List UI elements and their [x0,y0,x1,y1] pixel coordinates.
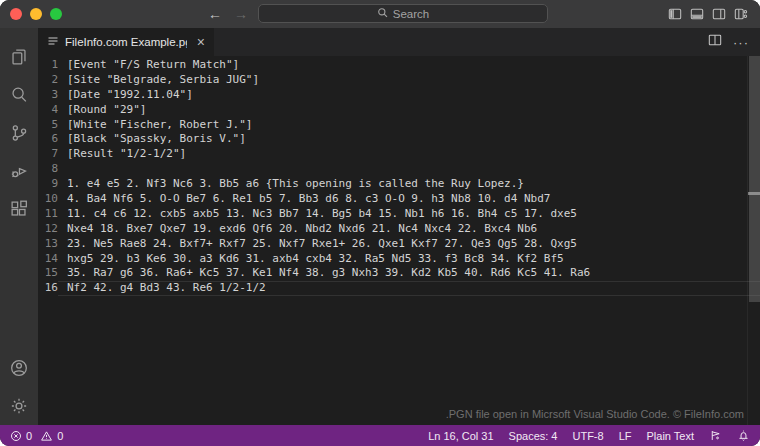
source-control-icon[interactable] [0,114,38,152]
scrollbar-thumb[interactable] [749,56,760,302]
line-content[interactable]: Nxe4 18. Bxe7 Qxe7 19. exd6 Qf6 20. Nbd2… [58,222,760,237]
editor-lines: 1[Event "F/S Return Match"]2[Site "Belgr… [38,58,760,296]
code-line[interactable]: 8 [38,162,760,177]
problems-status[interactable]: 0 0 [10,430,67,442]
line-number[interactable]: 5 [38,118,58,133]
eol-status[interactable]: LF [619,430,632,442]
line-number[interactable]: 7 [38,147,58,162]
code-line[interactable]: 1535. Ra7 g6 36. Ra6+ Kc5 37. Ke1 Nf4 38… [38,266,760,281]
code-line[interactable]: 6[Black "Spassky, Boris V."] [38,132,760,147]
error-count: 0 [26,430,32,442]
split-editor-icon[interactable] [708,33,722,51]
feedback-icon[interactable] [709,429,722,442]
code-line[interactable]: 1111. c4 c6 12. cxb5 axb5 13. Nc3 Bb7 14… [38,207,760,222]
line-content[interactable]: [Date "1992.11.04"] [58,88,760,103]
code-line[interactable]: 1323. Ne5 Rae8 24. Bxf7+ Rxf7 25. Nxf7 R… [38,237,760,252]
line-number[interactable]: 4 [38,103,58,118]
zoom-window-button[interactable] [50,8,62,20]
search-icon [377,7,388,20]
code-line[interactable]: 4[Round "29"] [38,103,760,118]
code-line[interactable]: 14hxg5 29. b3 Ke6 30. a3 Kd6 31. axb4 cx… [38,252,760,267]
run-debug-icon[interactable] [0,152,38,190]
toggle-panel-icon[interactable] [690,7,704,21]
command-center-search[interactable]: Search [258,4,548,23]
title-bar: ← → Search [0,0,760,28]
indentation-status[interactable]: Spaces: 4 [509,430,558,442]
line-content[interactable]: [Event "F/S Return Match"] [58,58,760,73]
warning-count: 0 [57,430,63,442]
close-tab-icon[interactable]: × [197,35,205,49]
search-placeholder: Search [393,8,429,20]
vscode-window: ← → Search [0,0,760,446]
language-mode-status[interactable]: Plain Text [647,430,695,442]
more-actions-icon[interactable]: ··· [733,35,749,50]
line-content[interactable]: 11. c4 c6 12. cxb5 axb5 13. Nc3 Bb7 14. … [58,207,760,222]
forward-arrow-icon[interactable]: → [234,6,248,22]
code-line[interactable]: 2[Site "Belgrade, Serbia JUG"] [38,73,760,88]
toggle-secondary-sidebar-icon[interactable] [712,7,726,21]
back-arrow-icon[interactable]: ← [208,6,222,22]
account-icon[interactable] [0,349,38,387]
window-controls [10,8,62,20]
file-icon [47,35,59,49]
line-number[interactable]: 3 [38,88,58,103]
code-line[interactable]: 12Nxe4 18. Bxe7 Qxe7 19. exd6 Qf6 20. Nb… [38,222,760,237]
line-number[interactable]: 6 [38,132,58,147]
line-content[interactable]: Nf2 42. g4 Bd3 43. Re6 1/2-1/2 [58,281,760,296]
minimize-window-button[interactable] [30,8,42,20]
tab-bar: FileInfo.com Example.pgn × ··· [38,28,760,56]
line-content[interactable]: [Result "1/2-1/2"] [58,147,760,162]
code-line[interactable]: 91. e4 e5 2. Nf3 Nc6 3. Bb5 a6 {This ope… [38,177,760,192]
line-content[interactable]: 4. Ba4 Nf6 5. O-O Be7 6. Re1 b5 7. Bb3 d… [58,192,760,207]
line-content[interactable] [58,162,760,177]
customize-layout-icon[interactable] [734,7,748,21]
line-content[interactable]: 35. Ra7 g6 36. Ra6+ Kc5 37. Ke1 Nf4 38. … [58,266,760,281]
line-content[interactable]: [Site "Belgrade, Serbia JUG"] [58,73,760,88]
search-icon[interactable] [0,76,38,114]
bell-icon[interactable] [737,429,750,442]
line-content[interactable]: 1. e4 e5 2. Nf3 Nc6 3. Bb5 a6 {This open… [58,177,760,192]
line-number[interactable]: 11 [38,207,58,222]
line-number[interactable]: 16 [38,281,58,296]
overview-ruler-cursor-marker [748,192,760,195]
activity-bar [0,28,38,425]
cursor-position-status[interactable]: Ln 16, Col 31 [428,430,493,442]
editor-scrollbar[interactable] [747,56,760,425]
code-line[interactable]: 5[White "Fischer, Robert J."] [38,118,760,133]
line-number[interactable]: 15 [38,266,58,281]
line-number[interactable]: 2 [38,73,58,88]
line-content[interactable]: [Black "Spassky, Boris V."] [58,132,760,147]
toggle-primary-sidebar-icon[interactable] [668,7,682,21]
line-content[interactable]: [Round "29"] [58,103,760,118]
code-line[interactable]: 1[Event "F/S Return Match"] [38,58,760,73]
watermark-text: .PGN file open in Micrsoft Visual Studio… [446,408,744,420]
encoding-status[interactable]: UTF-8 [572,430,603,442]
error-icon [10,430,22,442]
explorer-icon[interactable] [0,38,38,76]
line-number[interactable]: 9 [38,177,58,192]
line-number[interactable]: 12 [38,222,58,237]
code-line[interactable]: 3[Date "1992.11.04"] [38,88,760,103]
code-line[interactable]: 16Nf2 42. g4 Bd3 43. Re6 1/2-1/2 [38,281,760,296]
code-line[interactable]: 7[Result "1/2-1/2"] [38,147,760,162]
line-content[interactable]: hxg5 29. b3 Ke6 30. a3 Kd6 31. axb4 cxb4… [58,252,760,267]
line-number[interactable]: 13 [38,237,58,252]
line-number[interactable]: 14 [38,252,58,267]
line-number[interactable]: 8 [38,162,58,177]
tab-fileinfo-example-pgn[interactable]: FileInfo.com Example.pgn × [38,28,214,56]
line-content[interactable]: 23. Ne5 Rae8 24. Bxf7+ Rxf7 25. Nxf7 Rxe… [58,237,760,252]
settings-gear-icon[interactable] [0,387,38,425]
warning-icon [40,430,53,442]
line-number[interactable]: 1 [38,58,58,73]
status-bar: 0 0 Ln 16, Col 31 Spaces: 4 UTF-8 LF Pla… [0,425,760,446]
extensions-icon[interactable] [0,190,38,228]
tab-label: FileInfo.com Example.pgn [65,36,187,48]
line-content[interactable]: [White "Fischer, Robert J."] [58,118,760,133]
line-number[interactable]: 10 [38,192,58,207]
close-window-button[interactable] [10,8,22,20]
editor: 1[Event "F/S Return Match"]2[Site "Belgr… [38,56,760,425]
code-line[interactable]: 104. Ba4 Nf6 5. O-O Be7 6. Re1 b5 7. Bb3… [38,192,760,207]
